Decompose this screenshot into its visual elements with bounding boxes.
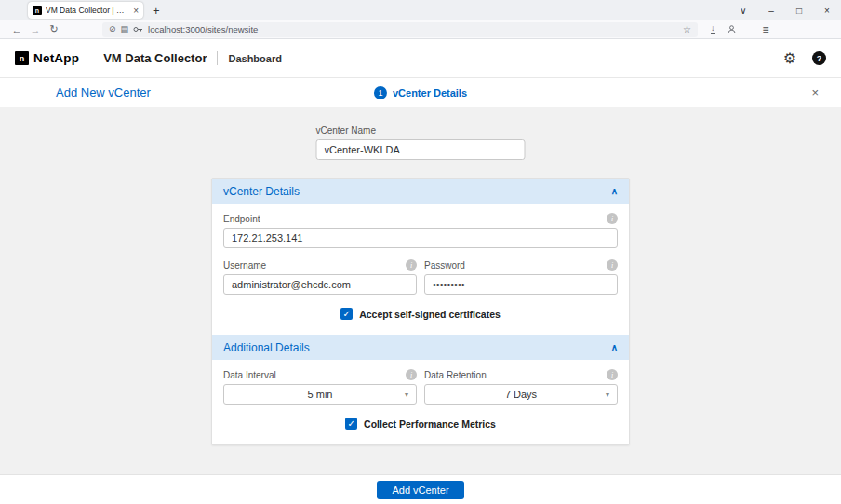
data-interval-label: Data Interval: [223, 370, 276, 380]
browser-toolbar-icons: ↓ ≡: [711, 24, 769, 35]
minimize-button[interactable]: –: [757, 6, 785, 16]
back-button[interactable]: ←: [7, 24, 26, 35]
password-label: Password: [424, 260, 465, 271]
tracking-protection-icon[interactable]: ⊘: [109, 25, 116, 33]
password-column: Password i: [424, 259, 618, 295]
step-label: vCenter Details: [393, 87, 467, 99]
credentials-row: Username i Password i: [223, 259, 618, 295]
endpoint-label: Endpoint: [223, 214, 260, 224]
browser-tab-strip: n VM Data Collector | NetApp × + ∨ – □ ×: [0, 0, 841, 20]
data-interval-info-icon[interactable]: i: [406, 369, 417, 380]
caret-down-icon: ▾: [606, 391, 609, 399]
app-header: n NetApp VM Data Collector Dashboard ⚙ ?: [0, 39, 841, 78]
url-bar[interactable]: ⊘ ▤ localhost:3000/sites/newsite ☆: [102, 22, 698, 37]
bookmark-star-icon[interactable]: ☆: [683, 24, 691, 34]
add-vcenter-button[interactable]: Add vCenter: [377, 481, 463, 499]
help-icon[interactable]: ?: [812, 51, 826, 65]
vcenter-name-field[interactable]: [316, 139, 526, 160]
certificates-checkbox-row: ✓ Accept self-signed certificates: [223, 308, 618, 320]
data-retention-label: Data Retention: [424, 370, 487, 380]
additional-details-title: Additional Details: [223, 341, 310, 354]
new-tab-button[interactable]: +: [153, 5, 160, 17]
accept-cert-label: Accept self-signed certificates: [359, 309, 501, 320]
data-retention-value: 7 Days: [505, 389, 537, 400]
metrics-checkbox-row: ✓ Collect Performance Metrics: [223, 418, 618, 430]
browser-navbar: ← → ↻ ⊘ ▤ localhost:3000/sites/newsite ☆…: [0, 20, 841, 39]
close-window-button[interactable]: ×: [813, 6, 841, 16]
endpoint-field[interactable]: [223, 228, 618, 248]
menu-icon[interactable]: ≡: [763, 24, 769, 35]
username-label: Username: [223, 260, 266, 271]
tab-favicon-icon: n: [33, 6, 42, 15]
data-retention-label-row: Data Retention i: [424, 369, 618, 380]
maximize-button[interactable]: □: [785, 6, 813, 16]
wizard-close-icon[interactable]: ×: [811, 86, 819, 99]
data-interval-value: 5 min: [308, 389, 333, 400]
password-label-row: Password i: [424, 259, 618, 271]
data-interval-label-row: Data Interval i: [223, 369, 417, 380]
tab-close-icon[interactable]: ×: [133, 6, 139, 16]
forward-button[interactable]: →: [26, 24, 45, 35]
additional-details-header[interactable]: Additional Details ∧: [212, 335, 629, 360]
caret-down-icon: ▾: [405, 391, 408, 399]
window-menu-icon[interactable]: ∨: [729, 6, 757, 16]
vcenter-details-title: vCenter Details: [223, 185, 300, 198]
endpoint-info-icon[interactable]: i: [607, 213, 618, 224]
data-interval-select[interactable]: 5 min ▾: [223, 384, 417, 405]
url-text: localhost:3000/sites/newsite: [148, 24, 258, 34]
password-field[interactable]: [424, 274, 618, 295]
username-info-icon[interactable]: i: [406, 259, 417, 271]
step-number-badge: 1: [374, 86, 387, 99]
password-info-icon[interactable]: i: [607, 259, 618, 271]
https-key-icon: [133, 25, 143, 33]
netapp-logo-icon: n: [15, 51, 29, 65]
data-retention-column: Data Retention i 7 Days ▾: [424, 369, 618, 405]
netapp-logo[interactable]: n NetApp: [15, 51, 79, 65]
account-icon[interactable]: [727, 24, 737, 34]
nav-item-dashboard[interactable]: Dashboard: [228, 53, 281, 64]
step-indicator: 1 vCenter Details: [374, 86, 467, 99]
collapse-chevron-icon[interactable]: ∧: [611, 342, 618, 352]
form-content: vCenter Name vCenter Details ∧ Endpoint …: [0, 107, 841, 474]
window-controls: ∨ – □ ×: [729, 0, 841, 20]
site-info-icon[interactable]: ▤: [121, 25, 129, 33]
username-column: Username i: [223, 259, 417, 295]
collapse-chevron-icon[interactable]: ∧: [611, 186, 618, 196]
app-title: VM Data Collector: [103, 51, 207, 65]
accept-cert-checkbox[interactable]: ✓: [340, 308, 353, 320]
collect-metrics-label: Collect Performance Metrics: [364, 418, 496, 430]
data-interval-column: Data Interval i 5 min ▾: [223, 369, 417, 405]
tab-title: VM Data Collector | NetApp: [46, 6, 129, 15]
brand-name: NetApp: [33, 51, 79, 65]
additional-details-body: Data Interval i 5 min ▾ Data Retention i…: [212, 360, 629, 444]
downloads-icon[interactable]: ↓: [711, 24, 715, 34]
vcenter-details-header[interactable]: vCenter Details ∧: [212, 179, 629, 204]
vcenter-name-label: vCenter Name: [316, 126, 526, 136]
collect-metrics-checkbox[interactable]: ✓: [345, 418, 357, 430]
browser-tab[interactable]: n VM Data Collector | NetApp ×: [28, 2, 143, 19]
vcenter-form-card: vCenter Details ∧ Endpoint i Username i: [211, 178, 630, 445]
header-actions: ⚙ ?: [783, 51, 826, 66]
username-label-row: Username i: [223, 259, 417, 271]
nav-divider: [217, 51, 218, 65]
username-field[interactable]: [223, 274, 417, 295]
data-retention-select[interactable]: 7 Days ▾: [424, 384, 618, 405]
vcenter-name-block: vCenter Name: [316, 126, 526, 160]
vcenter-details-body: Endpoint i Username i Password i: [212, 204, 629, 335]
endpoint-label-row: Endpoint i: [223, 213, 618, 224]
interval-retention-row: Data Interval i 5 min ▾ Data Retention i…: [223, 369, 618, 405]
refresh-button[interactable]: ↻: [45, 23, 63, 35]
settings-gear-icon[interactable]: ⚙: [783, 51, 796, 66]
page-title: Add New vCenter: [56, 86, 151, 99]
data-retention-info-icon[interactable]: i: [607, 369, 618, 380]
wizard-header: Add New vCenter 1 vCenter Details ×: [0, 78, 841, 107]
wizard-footer: Add vCenter: [0, 474, 841, 504]
